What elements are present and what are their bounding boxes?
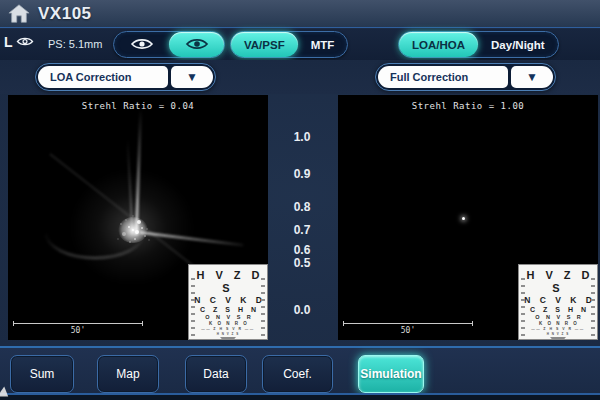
acuity-value: 0.0 xyxy=(286,303,318,317)
tab-data[interactable]: Data xyxy=(185,355,247,393)
scale-bar xyxy=(13,323,143,324)
chart-ticks-right xyxy=(261,278,265,336)
right-correction-value[interactable]: Full Correction xyxy=(378,66,508,88)
home-icon[interactable] xyxy=(8,3,30,29)
chart-ticks-right xyxy=(591,278,595,336)
psf-panel-left: Strehl Ratio = 0.04 50' H V Z D S N C V … xyxy=(8,95,268,340)
tab-simulation[interactable]: Simulation xyxy=(358,355,424,393)
right-dropdown-arrow-button[interactable]: ▼ xyxy=(511,66,553,88)
eye-chart-row: H V Z D S xyxy=(519,269,597,295)
view-mode-toggle: VA/PSF MTF xyxy=(230,31,348,58)
tab-map[interactable]: Map xyxy=(97,355,159,393)
chart-wedge xyxy=(550,337,566,340)
chart-ticks-left xyxy=(521,278,525,336)
psf-panel-right: Strehl Ratio = 1.00 50' H V Z D S N C V … xyxy=(338,95,598,340)
eye-outline-icon xyxy=(129,37,155,53)
chevron-down-icon: ▼ xyxy=(186,70,198,84)
left-dropdown-arrow-button[interactable]: ▼ xyxy=(171,66,213,88)
chart-ticks-left xyxy=(191,278,195,336)
eye-chart-row: O N V S R xyxy=(189,314,267,321)
eye-chart-row: N C V K D xyxy=(189,295,267,305)
acuity-value: 0.6 xyxy=(286,243,318,257)
eye-side-label: L xyxy=(4,34,13,50)
app-title: VX105 xyxy=(38,2,92,26)
right-correction-dropdown: Full Correction ▼ xyxy=(375,63,556,91)
acuity-value: 1.0 xyxy=(286,130,318,144)
eye-side-indicator: L xyxy=(4,33,34,51)
eye-toggle-option-off[interactable] xyxy=(114,32,169,57)
eye-chart-row: O N V S R xyxy=(519,314,597,321)
eye-chart-row: C Z S H N xyxy=(519,305,597,314)
scale-bar xyxy=(343,323,473,324)
eye-chart-row: N C V K D xyxy=(519,295,597,305)
chart-wedge xyxy=(220,337,236,340)
eye-chart-row: H V Z D S xyxy=(189,269,267,295)
vx105-screen: VX105 L PS: 5.1mm xyxy=(0,0,600,400)
tab-bar: Sum Map Data Coef. Simulation xyxy=(0,346,600,393)
eye-chart-inset: H V Z D S N C V K D C Z S H N O N V S R … xyxy=(188,264,268,340)
acuity-value: 0.8 xyxy=(286,200,318,214)
controls-bar: L PS: 5.1mm xyxy=(0,29,600,60)
tab-day-night[interactable]: Day/Night xyxy=(478,32,558,57)
bottom-edge xyxy=(0,395,600,400)
dropdown-row: LOA Correction ▼ Full Correction ▼ xyxy=(0,60,600,94)
tab-mtf[interactable]: MTF xyxy=(298,32,348,57)
title-bar: VX105 xyxy=(0,0,600,28)
psf-point-perfect xyxy=(462,217,465,220)
scale-bar-label: 50' xyxy=(343,326,473,335)
eye-chart-row: C Z S H N xyxy=(189,305,267,314)
tab-coef[interactable]: Coef. xyxy=(262,355,333,393)
eye-icon xyxy=(16,33,34,51)
chevron-down-icon: ▼ xyxy=(526,70,538,84)
eye-chart-row: H N V Z S xyxy=(519,332,597,336)
acuity-value: 0.9 xyxy=(286,167,318,181)
eye-visibility-toggle xyxy=(113,31,225,58)
simulation-area: Strehl Ratio = 0.04 50' H V Z D S N C V … xyxy=(0,94,600,346)
tab-loa-hoa[interactable]: LOA/HOA xyxy=(399,32,478,57)
tab-va-psf[interactable]: VA/PSF xyxy=(231,32,298,57)
eye-chart-row: H N V Z S xyxy=(189,332,267,336)
scale-bar-label: 50' xyxy=(13,326,143,335)
strehl-ratio-right: Strehl Ratio = 1.00 xyxy=(338,101,598,111)
tab-sum[interactable]: Sum xyxy=(10,355,74,393)
eye-toggle-option-on[interactable] xyxy=(169,32,224,57)
acuity-value: 0.7 xyxy=(286,223,318,237)
pupil-size-label: PS: 5.1mm xyxy=(48,38,102,50)
left-correction-value[interactable]: LOA Correction xyxy=(38,66,168,88)
aberration-mode-toggle: LOA/HOA Day/Night xyxy=(398,31,559,58)
left-correction-dropdown: LOA Correction ▼ xyxy=(35,63,216,91)
eye-filled-icon xyxy=(184,37,210,53)
acuity-value: 0.5 xyxy=(286,256,318,270)
eye-chart-inset: H V Z D S N C V K D C Z S H N O N V S R … xyxy=(518,264,598,340)
